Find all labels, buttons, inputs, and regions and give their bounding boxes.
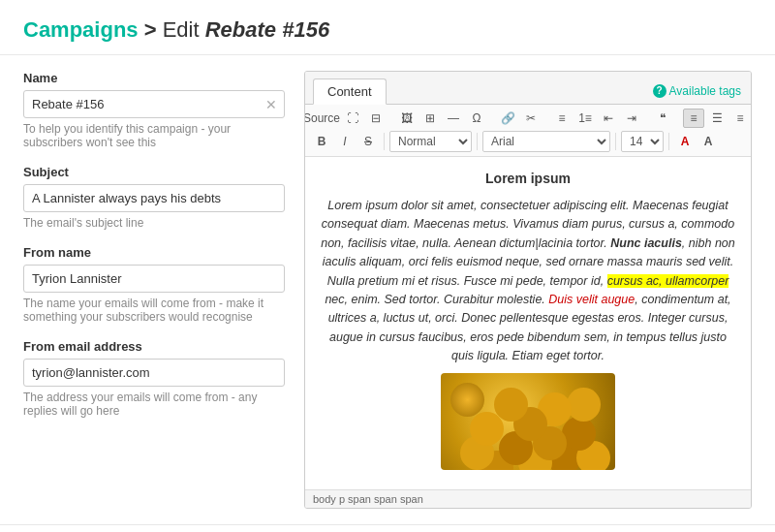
toolbar-sep-9 xyxy=(615,133,616,150)
list-ul-btn[interactable]: ≡ xyxy=(551,109,573,128)
content-tab[interactable]: Content xyxy=(313,78,387,105)
coin-image xyxy=(441,373,615,470)
toolbar-sep-8 xyxy=(477,133,478,150)
name-label: Name xyxy=(23,71,285,85)
subject-hint: The email's subject line xyxy=(23,216,285,230)
header-separator: > xyxy=(139,17,163,42)
rebate-title: Rebate #156 xyxy=(205,17,329,42)
editor-content[interactable]: Lorem ipsum Lorem ipsum dolor sit amet, … xyxy=(305,157,751,489)
available-tags-btn[interactable]: ? Available tags xyxy=(653,84,742,98)
from-name-hint: The name your emails will come from - ma… xyxy=(23,297,285,324)
fullscreen-btn[interactable]: ⛶ xyxy=(342,109,363,128)
toolbar-row-2: B I S Normal Heading 1 Heading 2 Arial T… xyxy=(311,131,745,152)
italic-btn[interactable]: I xyxy=(334,132,356,151)
from-name-label: From name xyxy=(23,245,285,260)
from-name-field-group: From name The name your emails will come… xyxy=(23,245,285,324)
left-panel: Name ✕ To help you identify this campaig… xyxy=(23,71,285,509)
align-left-btn[interactable]: ≡ xyxy=(683,109,704,128)
subject-field-group: Subject The email's subject line xyxy=(23,165,285,230)
cursus-highlight: cursus ac, ullamcorper xyxy=(607,274,729,288)
name-hint: To help you identify this campaign - you… xyxy=(23,122,285,149)
editor-toolbar: Source ⛶ ⊟ 🖼 ⊞ — Ω 🔗 ✂ ≡ 1≡ ⇤ ⇥ xyxy=(305,105,751,157)
bold-btn[interactable]: B xyxy=(311,132,332,151)
indent-btn[interactable]: ⇥ xyxy=(621,109,642,128)
name-input-wrapper: ✕ xyxy=(23,90,285,118)
image-btn[interactable]: 🖼 xyxy=(396,109,418,128)
font-select[interactable]: Arial Times New Roman xyxy=(482,131,610,152)
available-tags-label: Available tags xyxy=(669,84,742,98)
subject-label: Subject xyxy=(23,165,285,179)
main-content: Name ✕ To help you identify this campaig… xyxy=(0,55,775,524)
content-heading: Lorem ipsum xyxy=(321,169,735,189)
list-ol-btn[interactable]: 1≡ xyxy=(574,109,596,128)
outdent-btn[interactable]: ⇤ xyxy=(598,109,619,128)
editor-panel: Content ? Available tags Source ⛶ ⊟ 🖼 ⊞ … xyxy=(304,71,752,509)
nunc-iaculis: Nunc iaculis xyxy=(610,236,682,250)
toolbar-row-1: Source ⛶ ⊟ 🖼 ⊞ — Ω 🔗 ✂ ≡ 1≡ ⇤ ⇥ xyxy=(311,109,745,128)
bg-color-btn[interactable]: A xyxy=(698,132,719,151)
info-icon: ? xyxy=(653,84,666,98)
font-color-btn[interactable]: A xyxy=(674,132,696,151)
name-clear-icon[interactable]: ✕ xyxy=(265,97,277,112)
align-center-btn[interactable]: ☰ xyxy=(706,109,728,128)
from-name-input[interactable] xyxy=(23,265,285,293)
duis-red: Duis velit augue xyxy=(548,293,635,306)
page-footer: Save & next xyxy=(0,524,775,532)
edit-label: Edit xyxy=(163,17,205,42)
from-email-hint: The address your emails will come from -… xyxy=(23,391,285,418)
page-title: Campaigns > Edit Rebate #156 xyxy=(23,17,752,43)
strikethrough-btn[interactable]: S xyxy=(357,132,379,151)
format-select[interactable]: Normal Heading 1 Heading 2 xyxy=(389,131,472,152)
subject-input[interactable] xyxy=(23,184,285,212)
hline-btn[interactable]: — xyxy=(443,109,464,128)
preview-btn[interactable]: ⊟ xyxy=(365,109,387,128)
align-right-btn[interactable]: ≡ xyxy=(729,109,751,128)
page-header: Campaigns > Edit Rebate #156 xyxy=(0,0,775,55)
name-input[interactable] xyxy=(23,90,285,118)
special-char-btn[interactable]: Ω xyxy=(466,109,487,128)
from-email-label: From email address xyxy=(23,339,285,354)
toolbar-sep-10 xyxy=(668,133,669,150)
name-field-group: Name ✕ To help you identify this campaig… xyxy=(23,71,285,149)
lorem-italic2: lacinia tortor. xyxy=(539,236,611,250)
content-body: Lorem ipsum dolor sit amet, consectetuer… xyxy=(321,197,735,365)
table-btn[interactable]: ⊞ xyxy=(419,109,441,128)
unlink-btn[interactable]: ✂ xyxy=(520,109,542,128)
lorem-italic4: nec, enim. Sed tortor. Curabitur molesti… xyxy=(325,293,548,306)
blockquote-btn[interactable]: ❝ xyxy=(652,109,673,128)
link-btn[interactable]: 🔗 xyxy=(497,109,518,128)
campaigns-link[interactable]: Campaigns xyxy=(23,17,139,42)
editor-tabs: Content ? Available tags xyxy=(305,72,751,105)
editor-statusbar: body p span span span xyxy=(305,489,751,508)
from-email-input[interactable] xyxy=(23,359,285,387)
toolbar-sep-7 xyxy=(384,133,385,150)
from-email-field-group: From email address The address your emai… xyxy=(23,339,285,418)
source-btn[interactable]: Source xyxy=(311,109,332,128)
page-wrapper: Campaigns > Edit Rebate #156 Name ✕ To h… xyxy=(0,0,775,532)
size-select[interactable]: 14 12 16 xyxy=(621,131,664,152)
